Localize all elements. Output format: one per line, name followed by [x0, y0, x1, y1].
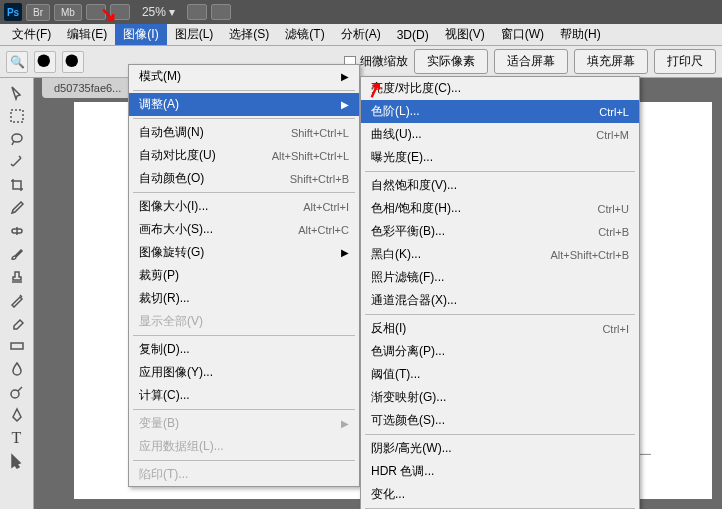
view-icon[interactable]	[86, 4, 106, 20]
wand-tool-icon[interactable]	[4, 151, 30, 173]
path-tool-icon[interactable]	[4, 450, 30, 472]
svg-line-1	[49, 65, 54, 70]
menu-item[interactable]: 自动颜色(O)Shift+Ctrl+B	[129, 167, 359, 190]
tool-preset-icon[interactable]: 🔍	[6, 51, 28, 73]
dodge-tool-icon[interactable]	[4, 381, 30, 403]
menu-2[interactable]: 图像(I)	[115, 24, 166, 45]
menu-10[interactable]: 帮助(H)	[552, 24, 609, 45]
bridge-button[interactable]: Br	[26, 4, 50, 21]
menu-4[interactable]: 选择(S)	[221, 24, 277, 45]
menu-item[interactable]: 阴影/高光(W)...	[361, 437, 639, 460]
menu-item: 显示全部(V)	[129, 310, 359, 333]
print-size-button[interactable]: 打印尺	[654, 49, 716, 74]
healing-tool-icon[interactable]	[4, 220, 30, 242]
menu-6[interactable]: 分析(A)	[333, 24, 389, 45]
menu-item[interactable]: 曝光度(E)...	[361, 146, 639, 169]
menu-item[interactable]: 照片滤镜(F)...	[361, 266, 639, 289]
stamp-tool-icon[interactable]	[4, 266, 30, 288]
menu-item[interactable]: 渐变映射(G)...	[361, 386, 639, 409]
submenu-arrow-icon: ▶	[341, 418, 349, 429]
menu-item[interactable]: 亮度/对比度(C)...	[361, 77, 639, 100]
hand-icon[interactable]	[187, 4, 207, 20]
menu-0[interactable]: 文件(F)	[4, 24, 59, 45]
menu-item[interactable]: 反相(I)Ctrl+I	[361, 317, 639, 340]
fit-screen-button[interactable]: 适合屏幕	[494, 49, 568, 74]
menu-item[interactable]: 裁切(R)...	[129, 287, 359, 310]
svg-line-14	[18, 387, 22, 391]
menu-9[interactable]: 窗口(W)	[493, 24, 552, 45]
crop-tool-icon[interactable]	[4, 174, 30, 196]
menu-item[interactable]: 自动对比度(U)Alt+Shift+Ctrl+L	[129, 144, 359, 167]
option-bar: 🔍 细微缩放 实际像素 适合屏幕 填充屏幕 打印尺	[0, 46, 722, 78]
adjustments-submenu-dropdown: 亮度/对比度(C)...色阶(L)...Ctrl+L曲线(U)...Ctrl+M…	[360, 76, 640, 509]
menu-5[interactable]: 滤镜(T)	[277, 24, 332, 45]
brush-tool-icon[interactable]	[4, 243, 30, 265]
menu-item[interactable]: 自动色调(N)Shift+Ctrl+L	[129, 121, 359, 144]
menu-item[interactable]: 色相/饱和度(H)...Ctrl+U	[361, 197, 639, 220]
svg-rect-12	[11, 343, 23, 349]
menu-item: 应用数据组(L)...	[129, 435, 359, 458]
menu-item[interactable]: 应用图像(Y)...	[129, 361, 359, 384]
fill-screen-button[interactable]: 填充屏幕	[574, 49, 648, 74]
actual-pixels-button[interactable]: 实际像素	[414, 49, 488, 74]
tool-bar: T	[0, 78, 34, 509]
menu-item[interactable]: HDR 色调...	[361, 460, 639, 483]
svg-rect-7	[11, 110, 23, 122]
lasso-tool-icon[interactable]	[4, 128, 30, 150]
history-brush-tool-icon[interactable]	[4, 289, 30, 311]
eyedropper-tool-icon[interactable]	[4, 197, 30, 219]
menu-item[interactable]: 通道混合器(X)...	[361, 289, 639, 312]
submenu-arrow-icon: ▶	[341, 247, 349, 258]
menu-item: 变量(B)▶	[129, 412, 359, 435]
svg-line-5	[77, 65, 82, 70]
arrange-icon[interactable]	[211, 4, 231, 20]
menu-item[interactable]: 色调分离(P)...	[361, 340, 639, 363]
menu-item[interactable]: 色彩平衡(B)...Ctrl+B	[361, 220, 639, 243]
menu-bar: 文件(F)编辑(E)图像(I)图层(L)选择(S)滤镜(T)分析(A)3D(D)…	[0, 24, 722, 46]
menu-item[interactable]: 曲线(U)...Ctrl+M	[361, 123, 639, 146]
move-tool-icon[interactable]	[4, 82, 30, 104]
submenu-arrow-icon: ▶	[341, 99, 349, 110]
menu-item[interactable]: 图像大小(I)...Alt+Ctrl+I	[129, 195, 359, 218]
pen-tool-icon[interactable]	[4, 404, 30, 426]
menu-item[interactable]: 可选颜色(S)...	[361, 409, 639, 432]
title-bar: Ps Br Mb 25% ▾	[0, 0, 722, 24]
menu-item[interactable]: 自然饱和度(V)...	[361, 174, 639, 197]
marquee-tool-icon[interactable]	[4, 105, 30, 127]
menu-item[interactable]: 复制(D)...	[129, 338, 359, 361]
screen-mode-icon[interactable]	[110, 4, 130, 20]
menu-item[interactable]: 图像旋转(G)▶	[129, 241, 359, 264]
menu-7[interactable]: 3D(D)	[389, 26, 437, 44]
menu-item: 陷印(T)...	[129, 463, 359, 486]
type-tool-icon[interactable]: T	[4, 427, 30, 449]
menu-item[interactable]: 阈值(T)...	[361, 363, 639, 386]
eraser-tool-icon[interactable]	[4, 312, 30, 334]
gradient-tool-icon[interactable]	[4, 335, 30, 357]
image-menu-dropdown: 模式(M)▶调整(A)▶自动色调(N)Shift+Ctrl+L自动对比度(U)A…	[128, 64, 360, 487]
menu-item[interactable]: 裁剪(P)	[129, 264, 359, 287]
svg-point-13	[11, 390, 19, 398]
menu-1[interactable]: 编辑(E)	[59, 24, 115, 45]
minibridge-button[interactable]: Mb	[54, 4, 82, 21]
zoom-level[interactable]: 25% ▾	[134, 5, 183, 19]
zoom-out-icon[interactable]	[62, 51, 84, 73]
ps-logo-icon: Ps	[4, 3, 22, 21]
menu-item[interactable]: 色阶(L)...Ctrl+L	[361, 100, 639, 123]
zoom-in-icon[interactable]	[34, 51, 56, 73]
svg-point-0	[38, 54, 51, 67]
menu-item[interactable]: 模式(M)▶	[129, 65, 359, 88]
blur-tool-icon[interactable]	[4, 358, 30, 380]
submenu-arrow-icon: ▶	[341, 71, 349, 82]
menu-8[interactable]: 视图(V)	[437, 24, 493, 45]
menu-item[interactable]: 变化...	[361, 483, 639, 506]
svg-point-4	[66, 54, 79, 67]
menu-3[interactable]: 图层(L)	[167, 24, 222, 45]
document-tab[interactable]: d50735fae6...	[42, 78, 133, 98]
menu-item[interactable]: 计算(C)...	[129, 384, 359, 407]
menu-item[interactable]: 黑白(K)...Alt+Shift+Ctrl+B	[361, 243, 639, 266]
menu-item[interactable]: 调整(A)▶	[129, 93, 359, 116]
menu-item[interactable]: 画布大小(S)...Alt+Ctrl+C	[129, 218, 359, 241]
